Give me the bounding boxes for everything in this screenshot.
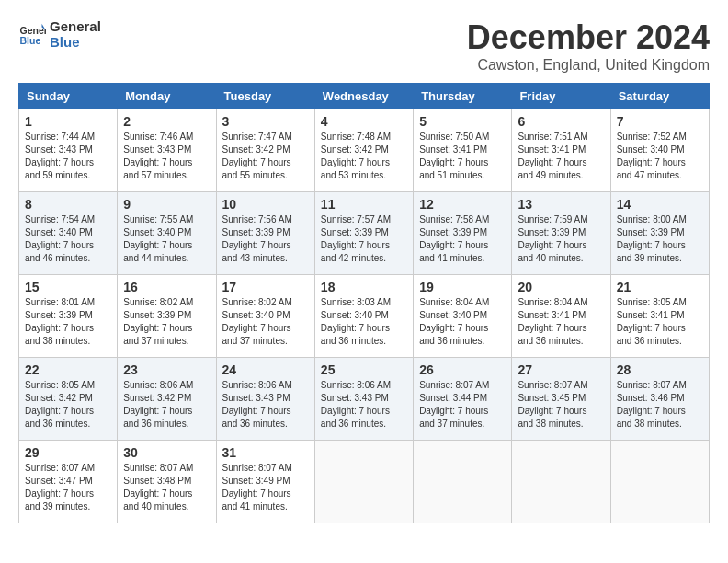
day-info: Sunrise: 7:47 AM Sunset: 3:42 PM Dayligh… [222, 131, 309, 182]
day-info: Sunrise: 7:51 AM Sunset: 3:41 PM Dayligh… [518, 131, 604, 182]
day-number: 17 [222, 280, 309, 294]
daylight-label: Daylight: 7 hours and 37 minutes. [222, 323, 291, 346]
calendar-day-cell: 24 Sunrise: 8:06 AM Sunset: 3:43 PM Dayl… [216, 358, 314, 441]
calendar-day-cell: 23 Sunrise: 8:06 AM Sunset: 3:42 PM Dayl… [118, 358, 216, 441]
daylight-label: Daylight: 7 hours and 36 minutes. [222, 406, 291, 429]
daylight-label: Daylight: 7 hours and 46 minutes. [25, 240, 94, 263]
sunrise-label: Sunrise: 8:07 AM [25, 463, 95, 473]
daylight-label: Daylight: 7 hours and 36 minutes. [123, 406, 192, 429]
daylight-label: Daylight: 7 hours and 36 minutes. [617, 323, 686, 346]
sunset-label: Sunset: 3:39 PM [617, 227, 685, 237]
day-info: Sunrise: 7:50 AM Sunset: 3:41 PM Dayligh… [419, 131, 506, 182]
calendar-week-row: 15 Sunrise: 8:01 AM Sunset: 3:39 PM Dayl… [19, 275, 710, 358]
calendar-day-cell: 3 Sunrise: 7:47 AM Sunset: 3:42 PM Dayli… [216, 109, 314, 192]
header-monday: Monday [118, 84, 216, 109]
calendar-week-row: 22 Sunrise: 8:05 AM Sunset: 3:42 PM Dayl… [19, 358, 710, 441]
sunrise-label: Sunrise: 7:58 AM [419, 214, 489, 224]
header-sunday: Sunday [19, 84, 118, 109]
calendar-week-row: 8 Sunrise: 7:54 AM Sunset: 3:40 PM Dayli… [19, 192, 710, 275]
calendar-day-cell [414, 441, 512, 523]
sunrise-label: Sunrise: 7:46 AM [123, 132, 193, 142]
calendar-week-row: 29 Sunrise: 8:07 AM Sunset: 3:47 PM Dayl… [19, 441, 710, 523]
calendar-day-cell: 19 Sunrise: 8:04 AM Sunset: 3:40 PM Dayl… [414, 275, 512, 358]
sunset-label: Sunset: 3:39 PM [222, 227, 290, 237]
sunrise-label: Sunrise: 7:59 AM [518, 214, 587, 224]
sunrise-label: Sunrise: 8:07 AM [123, 463, 193, 473]
day-info: Sunrise: 7:55 AM Sunset: 3:40 PM Dayligh… [123, 213, 210, 265]
sunset-label: Sunset: 3:46 PM [617, 393, 685, 403]
sunset-label: Sunset: 3:42 PM [321, 144, 389, 155]
title-block: December 2024 Cawston, England, United K… [467, 18, 710, 74]
day-info: Sunrise: 8:07 AM Sunset: 3:45 PM Dayligh… [518, 379, 604, 431]
day-number: 7 [617, 114, 703, 129]
day-info: Sunrise: 8:02 AM Sunset: 3:40 PM Dayligh… [222, 296, 309, 348]
day-info: Sunrise: 7:48 AM Sunset: 3:42 PM Dayligh… [321, 131, 407, 182]
calendar-day-cell: 20 Sunrise: 8:04 AM Sunset: 3:41 PM Dayl… [512, 275, 610, 358]
day-info: Sunrise: 8:03 AM Sunset: 3:40 PM Dayligh… [321, 296, 407, 348]
daylight-label: Daylight: 7 hours and 36 minutes. [419, 323, 488, 346]
header-saturday: Saturday [610, 84, 709, 109]
day-info: Sunrise: 8:02 AM Sunset: 3:39 PM Dayligh… [123, 296, 210, 348]
calendar-day-cell [314, 441, 413, 523]
daylight-label: Daylight: 7 hours and 38 minutes. [617, 406, 686, 429]
sunrise-label: Sunrise: 8:02 AM [222, 297, 292, 307]
calendar-day-cell: 28 Sunrise: 8:07 AM Sunset: 3:46 PM Dayl… [610, 358, 709, 441]
daylight-label: Daylight: 7 hours and 41 minutes. [222, 488, 291, 511]
day-number: 4 [321, 114, 407, 129]
sunset-label: Sunset: 3:41 PM [419, 144, 487, 155]
day-number: 29 [25, 445, 111, 460]
calendar-day-cell: 12 Sunrise: 7:58 AM Sunset: 3:39 PM Dayl… [414, 192, 512, 275]
sunset-label: Sunset: 3:47 PM [25, 476, 93, 486]
sunset-label: Sunset: 3:41 PM [617, 310, 685, 320]
logo-line2: Blue [50, 34, 101, 50]
calendar-day-cell: 29 Sunrise: 8:07 AM Sunset: 3:47 PM Dayl… [19, 441, 118, 523]
day-info: Sunrise: 7:56 AM Sunset: 3:39 PM Dayligh… [222, 213, 309, 265]
daylight-label: Daylight: 7 hours and 36 minutes. [321, 406, 390, 429]
day-number: 9 [123, 197, 210, 212]
calendar-day-cell: 2 Sunrise: 7:46 AM Sunset: 3:43 PM Dayli… [118, 109, 216, 192]
sunset-label: Sunset: 3:40 PM [25, 227, 93, 237]
sunrise-label: Sunrise: 8:05 AM [25, 380, 95, 390]
calendar-day-cell [512, 441, 610, 523]
daylight-label: Daylight: 7 hours and 47 minutes. [617, 157, 686, 180]
daylight-label: Daylight: 7 hours and 40 minutes. [123, 488, 192, 511]
sunrise-label: Sunrise: 8:06 AM [123, 380, 193, 390]
sunset-label: Sunset: 3:45 PM [518, 393, 586, 403]
calendar-day-cell: 15 Sunrise: 8:01 AM Sunset: 3:39 PM Dayl… [19, 275, 118, 358]
day-info: Sunrise: 7:44 AM Sunset: 3:43 PM Dayligh… [25, 131, 111, 182]
sunset-label: Sunset: 3:40 PM [222, 310, 290, 320]
calendar-day-cell: 17 Sunrise: 8:02 AM Sunset: 3:40 PM Dayl… [216, 275, 314, 358]
day-info: Sunrise: 7:59 AM Sunset: 3:39 PM Dayligh… [518, 213, 604, 265]
calendar-table: Sunday Monday Tuesday Wednesday Thursday… [18, 83, 710, 523]
weekday-header-row: Sunday Monday Tuesday Wednesday Thursday… [19, 84, 710, 109]
sunset-label: Sunset: 3:43 PM [25, 144, 93, 155]
sunrise-label: Sunrise: 7:55 AM [123, 214, 193, 224]
day-info: Sunrise: 7:54 AM Sunset: 3:40 PM Dayligh… [25, 213, 111, 265]
daylight-label: Daylight: 7 hours and 40 minutes. [518, 240, 586, 263]
day-number: 23 [123, 362, 210, 377]
daylight-label: Daylight: 7 hours and 49 minutes. [518, 157, 586, 180]
daylight-label: Daylight: 7 hours and 36 minutes. [321, 323, 390, 346]
calendar-day-cell: 6 Sunrise: 7:51 AM Sunset: 3:41 PM Dayli… [512, 109, 610, 192]
sunrise-label: Sunrise: 8:06 AM [222, 380, 292, 390]
day-info: Sunrise: 8:07 AM Sunset: 3:44 PM Dayligh… [419, 379, 506, 431]
calendar-day-cell: 22 Sunrise: 8:05 AM Sunset: 3:42 PM Dayl… [19, 358, 118, 441]
sunset-label: Sunset: 3:43 PM [321, 393, 389, 403]
sunset-label: Sunset: 3:39 PM [518, 227, 586, 237]
logo-icon: General Blue [18, 20, 46, 48]
sunset-label: Sunset: 3:44 PM [419, 393, 487, 403]
sunset-label: Sunset: 3:40 PM [321, 310, 389, 320]
svg-text:Blue: Blue [20, 35, 41, 46]
sunset-label: Sunset: 3:40 PM [419, 310, 487, 320]
calendar-day-cell: 31 Sunrise: 8:07 AM Sunset: 3:49 PM Dayl… [216, 441, 314, 523]
logo: General Blue General Blue [18, 18, 101, 50]
sunset-label: Sunset: 3:43 PM [222, 393, 290, 403]
day-number: 10 [222, 197, 309, 212]
day-number: 3 [222, 114, 309, 129]
calendar-day-cell: 27 Sunrise: 8:07 AM Sunset: 3:45 PM Dayl… [512, 358, 610, 441]
day-info: Sunrise: 8:05 AM Sunset: 3:41 PM Dayligh… [617, 296, 703, 348]
daylight-label: Daylight: 7 hours and 37 minutes. [419, 406, 488, 429]
sunrise-label: Sunrise: 8:04 AM [518, 297, 587, 307]
day-info: Sunrise: 7:57 AM Sunset: 3:39 PM Dayligh… [321, 213, 407, 265]
sunset-label: Sunset: 3:39 PM [25, 310, 93, 320]
